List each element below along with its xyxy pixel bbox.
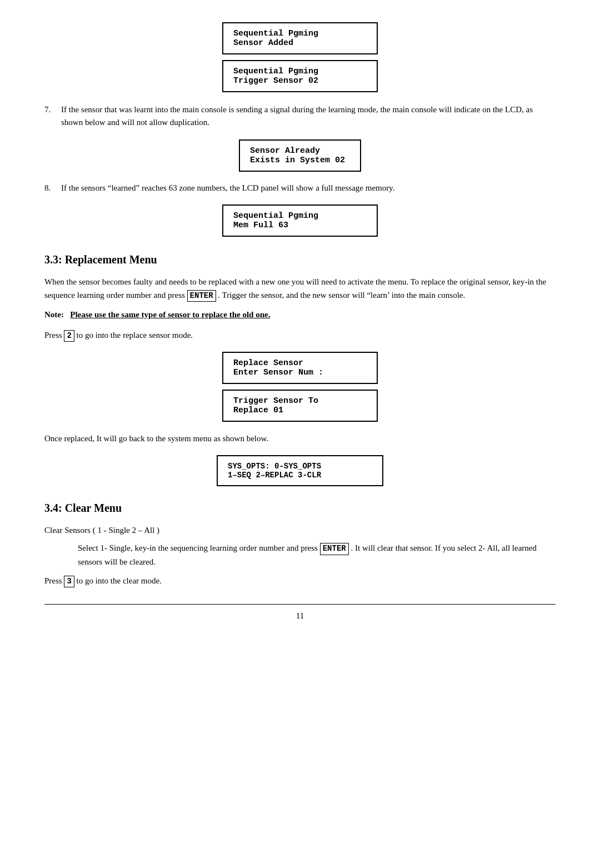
enter-key-clear: ENTER — [320, 543, 349, 555]
press-text-2: to go into the clear mode. — [77, 576, 162, 585]
sys-opts-block: SYS_OPTS: 0-SYS_OPTS 1–SEQ 2–REPLAC 3-CL… — [44, 455, 556, 486]
mem-full-block: Sequential Pgming Mem Full 63 — [44, 204, 556, 237]
para-text-b: . Trigger the sensor, and the new sensor… — [218, 291, 465, 300]
bottom-rule — [44, 604, 556, 605]
item-number: 8. — [44, 182, 61, 194]
item-8: 8. If the sensors “learned” reaches 63 z… — [44, 182, 556, 194]
section-clear-menu: 3.4: Clear Menu Clear Sensors ( 1 - Sing… — [44, 502, 556, 587]
lcd-line2: Replace 01 — [233, 406, 367, 415]
press-text-2: to go into the replace sensor mode. — [77, 331, 193, 340]
lcd-line1: Sequential Pgming — [233, 29, 367, 38]
lcd-line2: 1–SEQ 2–REPLAC 3-CLR — [228, 471, 372, 480]
section-replacement-menu: 3.3: Replacement Menu When the sensor be… — [44, 253, 556, 486]
lcd-line2: Exists in System 02 — [250, 156, 350, 165]
key-3: 3 — [64, 576, 74, 588]
press-3-line: Press 3 to go into the clear mode. — [44, 574, 556, 588]
item-number: 7. — [44, 103, 61, 129]
indented-text-1: Select 1- Single, key-in the sequencing … — [78, 543, 318, 552]
enter-key: ENTER — [187, 290, 216, 302]
section-33-para: When the sensor becomes faulty and needs… — [44, 275, 556, 302]
lcd-box-mem-full: Sequential Pgming Mem Full 63 — [222, 204, 378, 237]
item-text: If the sensor that was learnt into the m… — [61, 103, 556, 129]
lcd-box-sensor-exists: Sensor Already Exists in System 02 — [239, 139, 361, 172]
top-lcd-boxes: Sequential Pgming Sensor Added Sequentia… — [44, 22, 556, 92]
press-2-line: Press 2 to go into the replace sensor mo… — [44, 328, 556, 342]
lcd-line2: Enter Sensor Num : — [233, 368, 367, 377]
item-7: 7. If the sensor that was learnt into th… — [44, 103, 556, 129]
replace-sensor-boxes: Replace Sensor Enter Sensor Num : Trigge… — [44, 352, 556, 422]
key-2: 2 — [64, 330, 74, 342]
page-number: 11 — [44, 611, 556, 621]
sensor-exists-block: Sensor Already Exists in System 02 — [44, 139, 556, 172]
lcd-box-replace-sensor: Replace Sensor Enter Sensor Num : — [222, 352, 378, 384]
lcd-box-sensor-added: Sequential Pgming Sensor Added — [222, 22, 378, 54]
once-replaced-text: Once replaced, It will go back to the sy… — [44, 432, 556, 445]
section-34-heading: 3.4: Clear Menu — [44, 502, 556, 515]
lcd-line1: Trigger Sensor To — [233, 396, 367, 406]
lcd-box-trigger-sensor: Sequential Pgming Trigger Sensor 02 — [222, 60, 378, 92]
lcd-line1: SYS_OPTS: 0-SYS_OPTS — [228, 462, 372, 471]
lcd-line2: Trigger Sensor 02 — [233, 76, 367, 86]
lcd-box-sys-opts: SYS_OPTS: 0-SYS_OPTS 1–SEQ 2–REPLAC 3-CL… — [217, 455, 383, 486]
press-text: Press — [44, 331, 62, 340]
note-label: Note: — [44, 310, 64, 319]
lcd-line2: Mem Full 63 — [233, 221, 367, 230]
lcd-line1: Replace Sensor — [233, 358, 367, 368]
press-text: Press — [44, 576, 62, 585]
lcd-line2: Sensor Added — [233, 38, 367, 48]
item-text: If the sensors “learned” reaches 63 zone… — [61, 182, 556, 194]
note-underlined: Please use the same type of sensor to re… — [70, 310, 270, 319]
lcd-line1: Sensor Already — [250, 146, 350, 156]
lcd-box-trigger-replace: Trigger Sensor To Replace 01 — [222, 390, 378, 422]
lcd-line1: Sequential Pgming — [233, 211, 367, 221]
lcd-line1: Sequential Pgming — [233, 67, 367, 76]
indented-clear-block: Select 1- Single, key-in the sequencing … — [78, 541, 556, 568]
section-33-heading: 3.3: Replacement Menu — [44, 253, 556, 266]
clear-sensors-line: Clear Sensors ( 1 - Single 2 – All ) — [44, 523, 556, 537]
note-line: Note: Please use the same type of sensor… — [44, 308, 556, 321]
